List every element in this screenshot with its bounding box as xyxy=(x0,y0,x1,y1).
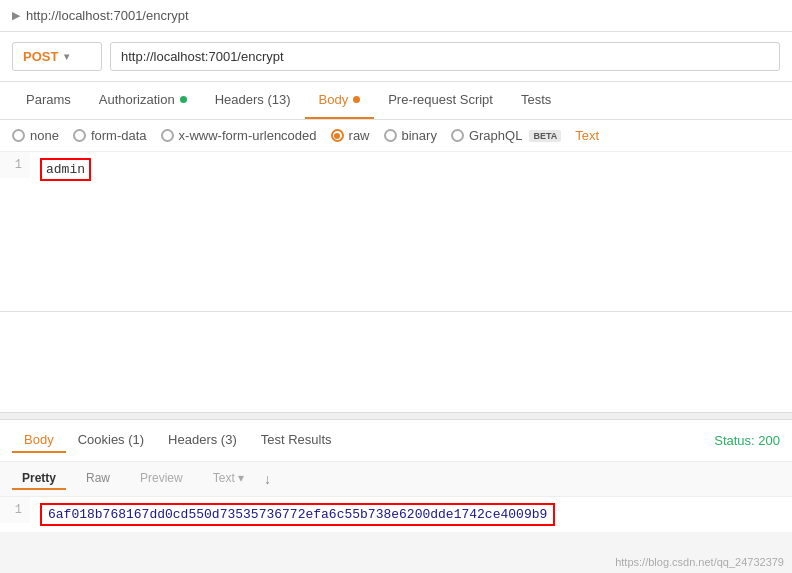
radio-urlencoded-circle xyxy=(161,129,174,142)
authorization-dot xyxy=(180,96,187,103)
method-chevron-icon: ▾ xyxy=(64,51,69,62)
radio-raw-label: raw xyxy=(349,128,370,143)
tab-authorization[interactable]: Authorization xyxy=(85,82,201,119)
breadcrumb-url: http://localhost:7001/encrypt xyxy=(26,8,189,23)
tab-tests[interactable]: Tests xyxy=(507,82,565,119)
radio-urlencoded[interactable]: x-www-form-urlencoded xyxy=(161,128,317,143)
response-tab-headers-label: Headers (3) xyxy=(168,432,237,447)
response-line-content-1: 6af018b768167dd0cd550d73535736772efa6c55… xyxy=(30,497,792,532)
response-tab-cookies-label: Cookies (1) xyxy=(78,432,144,447)
method-select[interactable]: POST ▾ xyxy=(12,42,102,71)
radio-binary-label: binary xyxy=(402,128,437,143)
radio-binary[interactable]: binary xyxy=(384,128,437,143)
response-highlighted-value: 6af018b768167dd0cd550d73535736772efa6c55… xyxy=(40,503,555,526)
tab-headers[interactable]: Headers (13) xyxy=(201,82,305,119)
tab-params[interactable]: Params xyxy=(12,82,85,119)
tab-body[interactable]: Body xyxy=(305,82,375,119)
code-input-highlighted[interactable]: admin xyxy=(40,158,91,181)
format-pretty[interactable]: Pretty xyxy=(12,468,66,490)
watermark: https://blog.csdn.net/qq_24732379 xyxy=(615,556,784,568)
radio-urlencoded-label: x-www-form-urlencoded xyxy=(179,128,317,143)
line-content-1[interactable]: admin xyxy=(30,152,792,187)
radio-graphql[interactable]: GraphQL BETA xyxy=(451,128,561,143)
response-line-number-1: 1 xyxy=(0,497,30,523)
format-text[interactable]: Text ▾ xyxy=(203,468,254,490)
breadcrumb-arrow: ▶ xyxy=(12,9,20,22)
tab-authorization-label: Authorization xyxy=(99,92,175,107)
response-tab-body[interactable]: Body xyxy=(12,428,66,453)
radio-binary-circle xyxy=(384,129,397,142)
request-tabs: Params Authorization Headers (13) Body P… xyxy=(0,82,792,120)
response-line-1: 1 6af018b768167dd0cd550d73535736772efa6c… xyxy=(0,497,792,532)
breadcrumb-bar: ▶ http://localhost:7001/encrypt xyxy=(0,0,792,32)
url-input[interactable] xyxy=(110,42,780,71)
beta-badge: BETA xyxy=(529,130,561,142)
body-dot xyxy=(353,96,360,103)
radio-graphql-circle xyxy=(451,129,464,142)
response-tab-testresults-label: Test Results xyxy=(261,432,332,447)
response-tab-body-label: Body xyxy=(24,432,54,447)
section-divider xyxy=(0,412,792,420)
format-raw[interactable]: Raw xyxy=(76,468,120,490)
response-tabs-bar: Body Cookies (1) Headers (3) Test Result… xyxy=(0,420,792,462)
body-type-row: none form-data x-www-form-urlencoded raw… xyxy=(0,120,792,152)
line-number-1: 1 xyxy=(0,152,30,178)
response-tab-cookies[interactable]: Cookies (1) xyxy=(66,428,156,453)
editor-spacer xyxy=(0,312,792,412)
download-icon[interactable]: ↓ xyxy=(264,471,271,487)
tab-params-label: Params xyxy=(26,92,71,107)
tab-prerequest-label: Pre-request Script xyxy=(388,92,493,107)
response-body: 1 6af018b768167dd0cd550d73535736772efa6c… xyxy=(0,497,792,532)
tab-prerequest[interactable]: Pre-request Script xyxy=(374,82,507,119)
radio-raw-circle xyxy=(331,129,344,142)
url-bar-section: POST ▾ xyxy=(0,32,792,82)
response-tab-headers[interactable]: Headers (3) xyxy=(156,428,249,453)
text-type-dropdown[interactable]: Text xyxy=(575,128,599,143)
code-line-1: 1 admin xyxy=(0,152,792,187)
code-editor: 1 admin xyxy=(0,152,792,312)
radio-none-label: none xyxy=(30,128,59,143)
method-label: POST xyxy=(23,49,58,64)
response-tab-testresults[interactable]: Test Results xyxy=(249,428,344,453)
tab-tests-label: Tests xyxy=(521,92,551,107)
radio-none-circle xyxy=(12,129,25,142)
status-badge: Status: 200 xyxy=(714,433,780,448)
response-format-row: Pretty Raw Preview Text ▾ ↓ xyxy=(0,462,792,497)
radio-form-data-circle xyxy=(73,129,86,142)
radio-form-data-label: form-data xyxy=(91,128,147,143)
response-tabs-left: Body Cookies (1) Headers (3) Test Result… xyxy=(12,428,344,453)
tab-headers-label: Headers (13) xyxy=(215,92,291,107)
tab-body-label: Body xyxy=(319,92,349,107)
radio-none[interactable]: none xyxy=(12,128,59,143)
format-preview[interactable]: Preview xyxy=(130,468,193,490)
radio-graphql-label: GraphQL xyxy=(469,128,522,143)
radio-form-data[interactable]: form-data xyxy=(73,128,147,143)
radio-raw[interactable]: raw xyxy=(331,128,370,143)
